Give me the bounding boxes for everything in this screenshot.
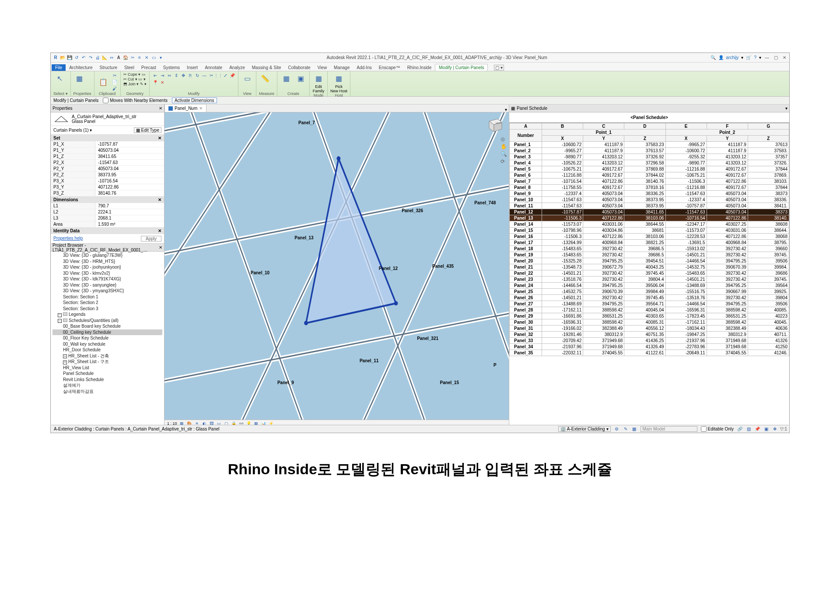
pb-item[interactable]: Section: Section 3 xyxy=(52,306,162,312)
moves-with-nearby-checkbox[interactable]: Moves With Nearby Elements xyxy=(103,98,168,103)
minimize-icon[interactable]: — xyxy=(764,55,770,61)
select-underlay-icon[interactable]: ▨ xyxy=(746,427,751,432)
tab-manage[interactable]: Manage xyxy=(330,64,353,71)
mirror-draw-icon[interactable]: ⇕ xyxy=(173,72,179,78)
trim-icon[interactable]: — xyxy=(201,72,207,78)
schedule-table[interactable]: A B C D E F G Number Point_1 Point_2 xyxy=(509,123,789,356)
pb-item[interactable]: 3D View: {3D - glulang77E3W} xyxy=(52,252,162,259)
tab-analyze[interactable]: Analyze xyxy=(226,64,248,71)
create-similar-icon[interactable]: ▦ xyxy=(280,72,292,84)
text-icon[interactable]: A xyxy=(116,55,122,61)
schedule-row[interactable]: Panel_4-10526.22413203.1237296.58-9890.7… xyxy=(510,160,789,166)
prop-row[interactable]: Area1.593 m² xyxy=(51,221,164,228)
category-selector[interactable]: Curtain Panels (1) ▾ xyxy=(53,128,92,133)
design-options-icon[interactable]: ⚙ xyxy=(614,427,620,432)
schedule-row[interactable]: Panel_28-17162.11388598.4240045.04-16596… xyxy=(510,307,789,313)
pb-item[interactable]: Section: Section 1 xyxy=(52,294,162,300)
copy-icon[interactable]: 📄 xyxy=(112,79,118,85)
schedule-row[interactable]: Panel_1-10600.72411187.937583.23-9965.27… xyxy=(510,142,789,148)
close-icon[interactable]: ✕ xyxy=(199,106,203,111)
pick-newhost-icon[interactable]: ▦ xyxy=(333,72,345,84)
schedule-row[interactable]: Panel_13-11506.3407122.8638103.06-10716.… xyxy=(510,215,789,221)
maximize-icon[interactable]: ▢ xyxy=(773,55,779,61)
close-icon[interactable]: ✕ xyxy=(159,106,162,111)
tab-structure[interactable]: Structure xyxy=(96,64,121,71)
prop-row[interactable]: L1790.7 xyxy=(51,203,164,209)
move-icon[interactable]: ✥ xyxy=(180,72,186,78)
schedule-row[interactable]: Panel_5-10675.21409172.6737869.88-11216.… xyxy=(510,166,789,172)
prop-row[interactable]: P3_X-10716.54 xyxy=(51,178,164,184)
cart-icon[interactable]: 🛒 xyxy=(746,55,751,60)
redo-icon[interactable]: ↷ xyxy=(88,55,94,61)
prop-row[interactable]: P3_Y407122.86 xyxy=(51,184,164,190)
pb-item[interactable]: 00_Floor Key Schedule xyxy=(52,335,162,341)
close-icon[interactable]: ✕ xyxy=(781,55,788,61)
paste-icon[interactable]: 📋 xyxy=(97,76,109,88)
delete-icon[interactable]: ✕ xyxy=(159,79,165,85)
tab-addins[interactable]: Add-Ins xyxy=(353,64,375,71)
tab-file[interactable]: File xyxy=(52,64,66,71)
project-browser-tree[interactable]: 3D View: {3D - glulang77E3W}3D View: {3D… xyxy=(51,252,164,427)
schedule-row[interactable]: Panel_19-15483.65392730.4239686.5-14501.… xyxy=(510,252,789,258)
pb-item[interactable]: 00_Ceiling key Schedule xyxy=(52,329,162,336)
schedule-row[interactable]: Panel_18-15483.65392730.4239686.5-15913.… xyxy=(510,246,789,252)
schedule-row[interactable]: Panel_24-14466.54394795.2539506.04-13488… xyxy=(510,283,789,289)
rotate-icon[interactable]: ↻ xyxy=(194,72,200,78)
tab-steel[interactable]: Steel xyxy=(121,64,138,71)
pb-item[interactable]: 설계예가 xyxy=(52,382,162,388)
editable-icon[interactable]: ✎ xyxy=(623,427,628,432)
favorites-icon[interactable]: ▾ xyxy=(741,55,743,60)
search-icon[interactable]: 🔍 xyxy=(710,55,716,60)
close-hidden-icon[interactable]: ✕ xyxy=(144,55,150,61)
select-links-icon[interactable]: 🔗 xyxy=(737,427,742,432)
apply-button[interactable]: Apply xyxy=(141,236,161,242)
section-icon[interactable]: ✂ xyxy=(130,55,136,61)
cope-button[interactable]: ✂ Cope ▾ ▭ xyxy=(123,72,146,77)
matchtype-icon[interactable]: 🖌 xyxy=(112,85,118,91)
panel-dropdown[interactable]: ▢ ▾ xyxy=(488,64,508,71)
schedule-row[interactable]: Panel_21-13548.73390672.7940043.25-14532… xyxy=(510,264,789,270)
orbit-icon[interactable]: ⟳ xyxy=(500,158,507,164)
cut-button[interactable]: ✂ Cut ▾ ▭ ▾ xyxy=(123,77,146,81)
open-icon[interactable]: 📂 xyxy=(60,55,66,61)
copy-elem-icon[interactable]: ⎘ xyxy=(187,72,193,78)
prop-row[interactable]: P2_X-11547.63 xyxy=(51,160,164,166)
mirror-axis-icon[interactable]: ⇔ xyxy=(166,72,172,78)
pb-item[interactable]: −Legends xyxy=(52,312,162,318)
pb-item[interactable]: 3D View: {3D - sanyunglee} xyxy=(52,282,162,288)
schedule-row[interactable]: Panel_33-20709.42371949.6841436.25-21937… xyxy=(510,338,789,344)
schedule-row[interactable]: Panel_2-9965.27411187.937613.57-10600.72… xyxy=(510,148,789,154)
schedule-row[interactable]: Panel_27-13488.69394795.2539564.71-14466… xyxy=(510,301,789,307)
workset-selector[interactable]: 🏢 A-Exterior Cladding ▾ xyxy=(558,426,611,432)
signin-icon[interactable]: 👤 xyxy=(718,55,724,60)
type-selector[interactable]: A_Curtain Panel_Adaptive_tri_str Glass P… xyxy=(51,112,164,126)
pb-item[interactable]: +HR_Sheet List - 건축 xyxy=(52,353,162,359)
pin-icon[interactable]: 📌 xyxy=(229,72,235,78)
tab-rhinoinside[interactable]: Rhino.Inside xyxy=(404,64,435,71)
scale-icon[interactable]: ⤢ xyxy=(222,72,228,78)
pb-item[interactable]: HR_View List xyxy=(52,365,162,371)
offset-icon[interactable]: ⇥ xyxy=(159,72,165,78)
tab-precast[interactable]: Precast xyxy=(138,64,160,71)
schedule-row[interactable]: Panel_8-11758.55409172.6737818.16-11216.… xyxy=(510,185,789,191)
pb-item[interactable]: 00_Base Board key Schedule xyxy=(52,323,162,329)
measure-icon[interactable]: 📐 xyxy=(102,55,108,61)
split-icon[interactable]: ✂ xyxy=(208,72,214,78)
schedule-row[interactable]: Panel_29-16691.86386531.2540303.65-17823… xyxy=(510,313,789,319)
prop-row[interactable]: P1_Z38411.65 xyxy=(51,154,164,160)
tab-architecture[interactable]: Architecture xyxy=(66,64,96,71)
filter-icon[interactable]: ▽:1 xyxy=(781,427,786,432)
schedule-row[interactable]: Panel_12-10757.87405073.0438411.65-11547… xyxy=(510,209,789,215)
dim-icon[interactable]: ⇔ xyxy=(108,55,115,61)
tab-modify-curtain-panels[interactable]: Modify | Curtain Panels xyxy=(435,64,488,71)
close-icon[interactable]: ✕ xyxy=(159,245,162,250)
view-cube[interactable]: FRONT xyxy=(484,115,504,133)
pb-item[interactable]: 3D View: {3D - klmv2v2} xyxy=(52,270,162,276)
pb-item[interactable]: 3D View: {3D - ldk791K74XG} xyxy=(52,276,162,282)
prop-row[interactable]: L32068.1 xyxy=(51,215,164,221)
schedule-dropdown-icon[interactable]: ▾ xyxy=(785,106,788,111)
pb-item[interactable]: 3D View: {3D - HRM_HTS} xyxy=(52,259,162,265)
pb-item[interactable]: +HR_Sheet List - 구조 xyxy=(52,359,162,365)
schedule-row[interactable]: Panel_17-13264.99400968.8438821.25-13691… xyxy=(510,240,789,246)
sync-icon[interactable]: ↺ xyxy=(74,55,80,61)
